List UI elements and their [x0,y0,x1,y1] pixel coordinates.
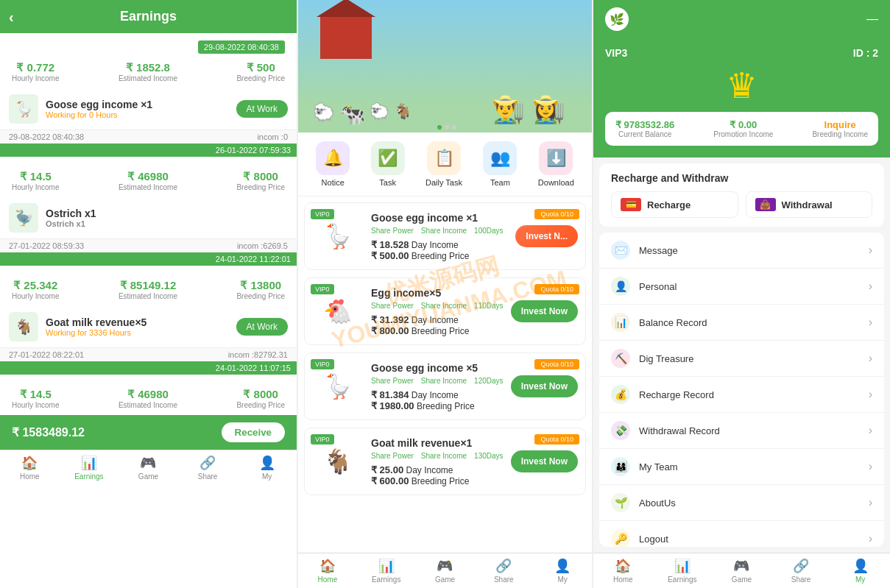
earn-income-2: incom :6269.5 [237,241,288,250]
hourly-value-3: ₹ 25.342 [12,279,59,292]
estimated-label-2: Estimated Income [119,183,177,191]
promotion-income-value: ₹ 0.00 [713,119,773,130]
download-label: Download [538,178,574,187]
nav-daily-task[interactable]: 📋 Daily Task [425,141,462,187]
breeding-value-3: ₹ 13800 [236,279,285,292]
mid-bottom-tabs: 🏠 Home 📊 Earnings 🎮 Game 🔗 Share 👤 My [298,553,592,588]
my-team-icon: 👨‍👩‍👦 [611,457,630,476]
daily-task-label: Daily Task [425,178,462,187]
inquire-value: Inquire [812,119,868,130]
section-divider-3: 24-01-2022 11:22:01 [0,252,297,266]
at-work-btn-3[interactable]: At Work [236,318,288,336]
stat-hourly-4: ₹ 14.5 Hourly Income [12,388,59,409]
quota-badge-3: Quota 0/10 [534,359,579,369]
product-card-1: VIP0 Quota 0/10 🪿 Goose egg income ×1 Sh… [304,202,586,270]
menu-recharge-record[interactable]: 💰 Recharge Record › [599,377,884,413]
share-row-4: Share Power Share Income 130Days [371,452,504,460]
estimated-value-2: ₹ 46980 [119,170,177,183]
earning-item-1: 🪿 Goose egg income ×1 Working for 0 Hour… [0,88,297,130]
withdrawal-record-label: Withdrawal Record [639,425,860,436]
left-header: ‹ Earnings [0,0,297,33]
breeding-value-1: ₹ 500 [236,61,285,74]
invest-btn-3[interactable]: Invest Now [511,375,578,397]
menu-personal[interactable]: 👤 Personal › [599,269,884,305]
tab-my-mid[interactable]: 👤 My [533,558,592,584]
dig-treasure-icon: ⛏️ [611,349,630,368]
tab-game-left[interactable]: 🎮 Game [119,455,178,481]
rw-section: Recharge and Withdraw 💳 Recharge 👜 Withd… [599,163,884,227]
earnings-summary-4: ₹ 14.5 Hourly Income ₹ 46980 Estimated I… [0,375,297,415]
stat-estimated-3: ₹ 85149.12 Estimated Income [119,279,177,300]
back-arrow-icon[interactable]: ‹ [9,8,14,25]
goose-icon-1: 🪿 [9,94,38,124]
receive-button[interactable]: Receive [222,422,285,442]
message-arrow-icon: › [869,244,872,257]
menu-withdrawal-record[interactable]: 💸 Withdrawal Record › [599,413,884,449]
nav-download[interactable]: ⬇️ Download [538,141,574,187]
barn-shape [320,15,372,59]
rw-buttons: 💳 Recharge 👜 Withdrawal [611,191,872,218]
recharge-button[interactable]: 💳 Recharge [611,191,738,218]
timestamp-1: 29-08-2022 08:40:38 [198,40,285,54]
nav-team[interactable]: 👥 Team [483,141,517,187]
invest-btn-4[interactable]: Invest Now [511,450,578,472]
menu-about-us[interactable]: 🌱 AboutUs › [599,485,884,521]
task-label: Task [379,178,396,187]
total-amount: ₹ 1583489.12 [12,425,85,439]
inquire-item[interactable]: Inquire Breeding Income [812,119,868,138]
earn-ts-3: 27-01-2022 08:22:01 [9,350,84,359]
inquire-label: Breeding Income [812,130,868,138]
my-icon-mid: 👤 [554,558,571,574]
item3-status: Working for 3336 Hours [46,328,146,337]
tab-game-right[interactable]: 🎮 Game [712,558,771,584]
hourly-value-4: ₹ 14.5 [12,388,59,401]
tab-my-right[interactable]: 👤 My [830,558,890,584]
menu-dig-treasure[interactable]: ⛏️ Dig Treasure › [599,341,884,377]
menu-balance-record[interactable]: 📊 Balance Record › [599,305,884,341]
my-icon-left: 👤 [259,455,275,471]
menu-message[interactable]: ✉️ Message › [599,233,884,269]
about-us-icon: 🌱 [611,493,630,512]
estimated-value-4: ₹ 46980 [119,388,177,401]
balance-record-label: Balance Record [639,317,860,328]
goat-icon: 🐐 [9,312,38,341]
at-work-btn-1[interactable]: At Work [236,100,288,118]
tab-home-left[interactable]: 🏠 Home [0,455,60,481]
balance-row: ₹ 9783532.86 Current Balance ₹ 0.00 Prom… [605,112,878,146]
menu-logout[interactable]: 🔑 Logout › [599,521,884,547]
income-row-4: ₹ 25.00 Day Income [371,464,504,475]
vip-section: VIP3 ID : 2 ♛ ₹ 9783532.86 Current Balan… [593,38,890,157]
product-card-4: VIP0 Quota 0/10 🐐 Goat milk revenue×1 Sh… [304,428,586,495]
stat-hourly-1: ₹ 0.772 Hourly Income [12,61,59,82]
tab-share-left[interactable]: 🔗 Share [178,455,238,481]
nav-notice[interactable]: 🔔 Notice [316,141,350,187]
menu-my-team[interactable]: 👨‍👩‍👦 My Team › [599,449,884,485]
stat-hourly-3: ₹ 25.342 Hourly Income [12,279,59,300]
nav-task[interactable]: ✅ Task [371,141,405,187]
item1-name: Goose egg income ×1 [46,99,152,110]
recharge-record-icon: 💰 [611,385,630,404]
bottom-amount-bar: ₹ 1583489.12 Receive [0,415,297,450]
withdrawal-button[interactable]: 👜 Withdrawal [746,191,873,218]
tab-earnings-right[interactable]: 📊 Earnings [653,558,713,584]
my-team-label: My Team [639,461,860,472]
tab-home-mid[interactable]: 🏠 Home [298,558,357,584]
minimize-button[interactable]: — [866,13,878,26]
tab-share-mid[interactable]: 🔗 Share [474,558,533,584]
tab-game-mid[interactable]: 🎮 Game [416,558,475,584]
earn-income-1: incom :0 [257,132,288,141]
tab-earnings-mid[interactable]: 📊 Earnings [357,558,416,584]
tab-home-right[interactable]: 🏠 Home [593,558,653,584]
task-icon: ✅ [371,141,405,175]
tab-earnings-left[interactable]: 📊 Earnings [60,455,119,481]
menu-list: ✉️ Message › 👤 Personal › 📊 Balance Reco… [599,233,884,547]
current-balance-item: ₹ 9783532.86 Current Balance [615,119,674,138]
tab-my-left[interactable]: 👤 My [237,455,297,481]
stat-estimated-4: ₹ 46980 Estimated Income [119,388,177,409]
tab-share-right[interactable]: 🔗 Share [771,558,831,584]
quota-badge-4: Quota 0/10 [534,434,579,444]
invest-btn-2[interactable]: Invest Now [511,300,578,322]
invest-btn-1[interactable]: Invest N... [515,225,578,247]
product-info-2: Egg income×5 Share Power Share Income 11… [371,287,504,336]
item3-name: Goat milk revenue×5 [46,316,146,328]
